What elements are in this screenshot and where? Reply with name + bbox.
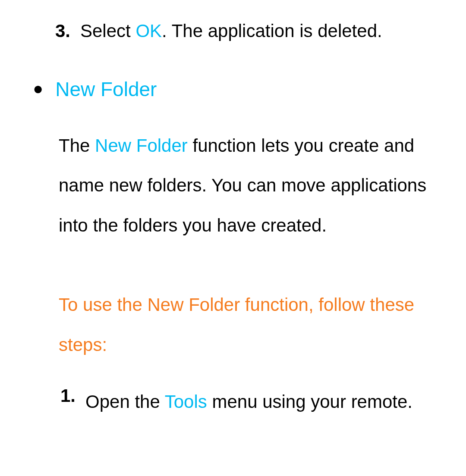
step-3-number: 3.	[55, 17, 74, 44]
bullet-new-folder: ● New Folder	[33, 75, 457, 104]
substep-1-link: Tools	[165, 391, 207, 412]
document-content: 3. Select OK. The application is deleted…	[0, 0, 466, 430]
step-3: 3. Select OK. The application is deleted…	[55, 17, 457, 44]
description-link: New Folder	[95, 135, 188, 156]
step-3-text: Select OK. The application is deleted.	[80, 17, 457, 44]
description-prefix: The	[59, 135, 95, 156]
new-folder-description: The New Folder function lets you create …	[59, 126, 447, 245]
substep-1-suffix: menu using your remote.	[207, 391, 412, 412]
step-3-prefix: Select	[80, 21, 135, 41]
bullet-title: New Folder	[55, 75, 157, 104]
bullet-marker: ●	[33, 75, 43, 104]
step-3-link: OK	[135, 21, 162, 41]
substep-1-number: 1.	[60, 382, 79, 422]
step-3-suffix: . The application is deleted.	[162, 21, 382, 41]
instruction-heading: To use the New Folder function, follow t…	[59, 285, 447, 365]
substep-1: 1. Open the Tools menu using your remote…	[60, 382, 457, 422]
substep-1-prefix: Open the	[85, 391, 165, 412]
substep-1-text: Open the Tools menu using your remote.	[85, 382, 457, 422]
